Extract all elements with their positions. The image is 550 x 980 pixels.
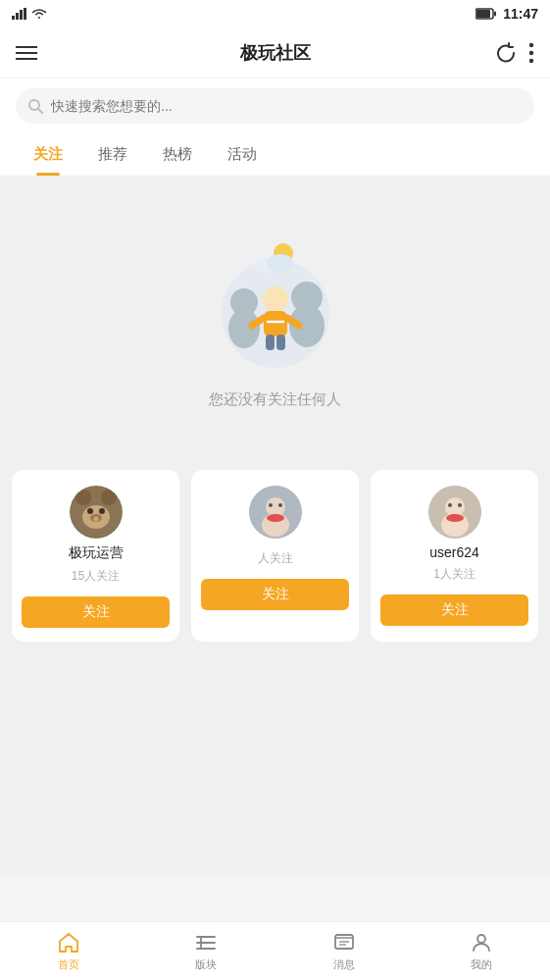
refresh-icon <box>495 42 517 64</box>
suggest-avatar-1 <box>249 486 302 539</box>
suggestions-grid: 极玩运营 15人关注 关注 人关注 关注 <box>12 470 538 642</box>
messages-label: 消息 <box>333 957 355 972</box>
search-input[interactable] <box>51 98 523 114</box>
top-nav: 极玩社区 <box>0 27 550 78</box>
tab-recommend[interactable]: 推荐 <box>80 133 145 176</box>
svg-point-42 <box>278 503 282 507</box>
profile-label: 我的 <box>471 957 492 972</box>
svg-point-35 <box>99 508 105 514</box>
svg-rect-2 <box>20 10 23 20</box>
search-bar-wrap <box>0 78 550 133</box>
suggest-name-0: 极玩运营 <box>69 544 124 562</box>
bottom-nav-home[interactable]: 首页 <box>0 931 137 972</box>
svg-point-31 <box>75 490 91 505</box>
svg-point-20 <box>228 309 260 348</box>
status-bar: 11:47 <box>0 0 550 27</box>
empty-state: 您还没有关注任何人 <box>0 177 550 458</box>
svg-point-12 <box>529 58 533 62</box>
signal-icon <box>12 8 27 20</box>
nav-right <box>495 42 534 64</box>
svg-rect-5 <box>476 10 490 18</box>
svg-point-11 <box>529 50 533 54</box>
suggest-card-2: user624 1人关注 关注 <box>371 470 538 642</box>
tab-activity[interactable]: 活动 <box>210 133 275 176</box>
bottom-nav: 首页 版块 消息 我的 <box>0 921 550 980</box>
svg-rect-3 <box>24 8 26 20</box>
svg-point-49 <box>446 514 464 522</box>
search-bar <box>16 88 534 124</box>
svg-rect-24 <box>264 311 287 336</box>
menu-button[interactable] <box>16 45 37 61</box>
tab-follow[interactable]: 关注 <box>16 133 80 176</box>
tabs-wrap: 关注 推荐 热榜 活动 <box>0 133 550 177</box>
refresh-button[interactable] <box>495 42 517 64</box>
battery-icon <box>475 8 497 20</box>
svg-point-48 <box>458 503 462 507</box>
status-bar-left <box>12 8 47 20</box>
svg-rect-27 <box>266 335 275 350</box>
svg-point-43 <box>267 514 284 522</box>
svg-line-14 <box>38 109 42 113</box>
content-spacer <box>0 661 550 877</box>
follow-button-1[interactable]: 关注 <box>201 579 349 610</box>
suggest-followers-1: 人关注 <box>258 550 293 567</box>
svg-point-10 <box>529 42 533 46</box>
svg-point-47 <box>448 503 452 507</box>
profile-icon <box>470 931 493 954</box>
suggest-name-2: user624 <box>429 544 479 560</box>
sections-icon <box>194 931 218 954</box>
svg-rect-6 <box>494 12 496 17</box>
wifi-icon <box>31 8 47 20</box>
svg-rect-28 <box>276 335 285 350</box>
time-display: 11:47 <box>503 6 538 22</box>
suggestions-wrap: 极玩运营 15人关注 关注 人关注 关注 <box>0 458 550 661</box>
svg-point-34 <box>87 508 93 514</box>
empty-text: 您还没有关注任何人 <box>209 390 341 409</box>
follow-button-0[interactable]: 关注 <box>22 596 170 628</box>
message-icon <box>332 931 356 954</box>
page-title: 极玩社区 <box>240 41 311 65</box>
menu-icon <box>16 45 37 61</box>
svg-point-18 <box>267 254 294 272</box>
bottom-nav-messages[interactable]: 消息 <box>275 931 413 972</box>
nav-left <box>16 45 37 61</box>
suggest-avatar-2 <box>428 486 481 539</box>
follow-button-2[interactable]: 关注 <box>380 594 528 626</box>
status-bar-right: 11:47 <box>475 6 538 22</box>
suggest-followers-0: 15人关注 <box>72 568 120 585</box>
svg-point-23 <box>263 286 288 312</box>
svg-rect-1 <box>16 13 19 20</box>
more-button[interactable] <box>528 42 534 64</box>
svg-point-41 <box>269 503 273 507</box>
svg-point-37 <box>93 517 98 522</box>
tab-hot[interactable]: 热榜 <box>145 133 210 176</box>
search-icon <box>27 98 43 114</box>
empty-illustration <box>197 216 354 373</box>
suggest-followers-2: 1人关注 <box>433 566 475 583</box>
suggest-card-1: 人关注 关注 <box>191 470 359 642</box>
sections-label: 版块 <box>195 957 217 972</box>
bottom-nav-sections[interactable]: 版块 <box>137 931 275 972</box>
svg-rect-0 <box>12 16 15 20</box>
bottom-nav-profile[interactable]: 我的 <box>413 931 550 972</box>
more-icon <box>528 42 534 64</box>
home-icon <box>57 931 80 954</box>
suggest-avatar-0 <box>70 486 123 539</box>
home-label: 首页 <box>58 957 79 972</box>
svg-point-32 <box>101 490 117 505</box>
svg-point-58 <box>477 935 485 943</box>
suggest-card-0: 极玩运营 15人关注 关注 <box>12 470 179 642</box>
